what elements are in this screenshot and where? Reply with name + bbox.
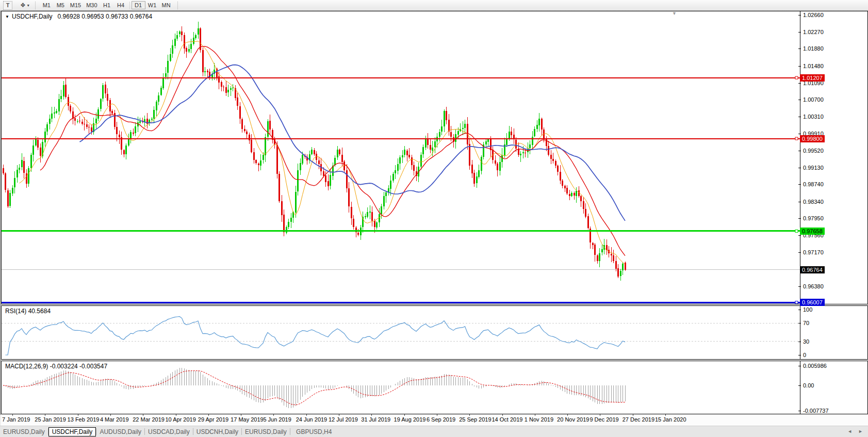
timeframe-button-h4[interactable]: H4 [114, 1, 128, 9]
timeframe-button-w1[interactable]: W1 [145, 1, 159, 9]
chart-tabs: EURUSD,DailyUSDCHF,DailyAUDUSD,DailyUSDC… [0, 426, 338, 437]
chart-header: ▼ USDCHF,Daily 0.96928 0.96953 0.96733 0… [5, 13, 152, 20]
rsi-label: RSI(14) 40.5684 [5, 307, 51, 315]
macd-panel: MACD(12,26,9) -0.003224 -0.003547 [1, 361, 868, 414]
text-label-tool-button[interactable]: T [3, 1, 12, 10]
chart-shift-marker-icon[interactable]: ▼ [672, 11, 677, 16]
collapse-triangle-icon[interactable]: ▼ [5, 14, 9, 19]
arrows-tool-button[interactable]: ❖ ▾ [19, 1, 31, 10]
timeframe-button-d1[interactable]: D1 [132, 1, 145, 9]
chart-tab-bar: EURUSD,DailyUSDCHF,DailyAUDUSD,DailyUSDC… [0, 426, 868, 437]
text-tool-icon: T [6, 2, 10, 8]
arrows-icon: ❖ [20, 2, 26, 8]
dropdown-caret-icon: ▾ [27, 3, 29, 8]
tab-scroll-left-icon[interactable]: ◄ [847, 429, 852, 434]
main-chart-panel: ▼ USDCHF,Daily 0.96928 0.96953 0.96733 0… [1, 11, 868, 304]
main-chart-canvas[interactable] [2, 11, 867, 304]
chart-title: USDCHF,Daily [12, 13, 53, 20]
tab-eurusd-daily-5[interactable]: EURUSD,Daily [242, 427, 290, 436]
timeframe-button-m30[interactable]: M30 [84, 1, 100, 9]
mt4-window: T ❖ ▾ M1M5M15M30H1H4D1W1MN ▼ USDCHF,Dail… [0, 0, 868, 437]
rsi-canvas[interactable] [2, 306, 867, 359]
tab-scroll-buttons: ◄ ► [847, 429, 863, 434]
timeframe-button-m5[interactable]: M5 [54, 1, 68, 9]
tab-usdcnh-daily-4[interactable]: USDCNH,Daily [193, 427, 241, 436]
toolbar-grip-separator [35, 2, 36, 9]
date-axis[interactable] [1, 414, 868, 426]
window-left-edge [0, 11, 1, 415]
tab-scroll-right-icon[interactable]: ► [858, 429, 863, 434]
rsi-panel: RSI(14) 40.5684 [1, 305, 868, 360]
timeframe-button-m15[interactable]: M15 [68, 1, 84, 9]
chart-ohlc-values: 0.96928 0.96953 0.96733 0.96764 [58, 13, 153, 20]
timeframe-buttons: M1M5M15M30H1H4D1W1MN [40, 0, 173, 11]
tab-usdchf-daily-1[interactable]: USDCHF,Daily [48, 427, 96, 436]
timeframe-button-mn[interactable]: MN [159, 1, 173, 9]
toolbar: T ❖ ▾ M1M5M15M30H1H4D1W1MN [0, 0, 868, 11]
toolbar-grip-separator [177, 2, 178, 9]
timeframe-button-m1[interactable]: M1 [40, 1, 54, 9]
tab-usdcad-daily-3[interactable]: USDCAD,Daily [145, 427, 193, 436]
timeframe-button-h1[interactable]: H1 [100, 1, 114, 9]
macd-label: MACD(12,26,9) -0.003224 -0.003547 [5, 363, 107, 370]
timeframe-group-separator [129, 2, 130, 9]
tab-gbpusd-h4-6[interactable]: GBPUSD,H4 [290, 427, 338, 436]
macd-canvas[interactable] [2, 361, 867, 414]
tab-eurusd-daily-0[interactable]: EURUSD,Daily [0, 427, 48, 436]
tab-audusd-daily-2[interactable]: AUDUSD,Daily [96, 427, 144, 436]
